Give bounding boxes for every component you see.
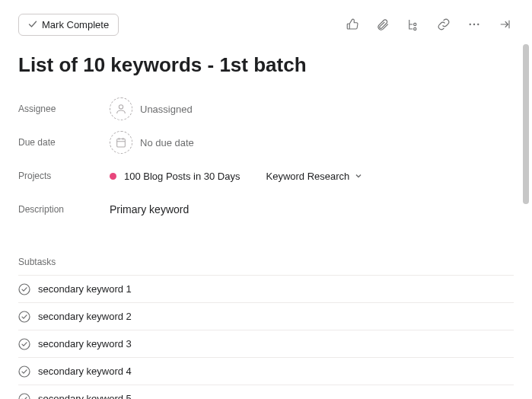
subtasks-button[interactable] [401, 12, 425, 37]
due-date-field[interactable]: Due date No due date [18, 126, 514, 159]
subtask-title: secondary keyword 3 [38, 338, 132, 350]
subtask-complete-toggle[interactable] [18, 393, 30, 400]
vertical-scrollbar[interactable] [520, 44, 532, 235]
copy-link-button[interactable] [432, 12, 456, 37]
subtask-complete-toggle[interactable] [18, 311, 30, 323]
svg-point-10 [19, 366, 30, 377]
close-details-button[interactable] [492, 12, 517, 37]
description-value[interactable]: Primary keyword [110, 203, 189, 215]
subtask-title: secondary keyword 2 [38, 311, 132, 322]
subtask-title: secondary keyword 5 [38, 393, 132, 399]
subtasks-header: Subtasks [18, 257, 514, 267]
assignee-label: Assignee [18, 104, 110, 114]
description-label: Description [18, 204, 110, 215]
subtask-list: secondary keyword 1secondary keyword 2se… [18, 275, 514, 399]
projects-field: Projects 100 Blog Posts in 30 Days Keywo… [18, 159, 514, 193]
thumbs-up-icon [346, 18, 359, 31]
check-circle-icon [18, 365, 30, 378]
subtask-row[interactable]: secondary keyword 1 [18, 276, 514, 303]
check-icon [28, 20, 37, 29]
assignee-avatar-placeholder [110, 97, 132, 120]
svg-point-11 [19, 394, 30, 400]
svg-point-0 [414, 23, 416, 25]
subtask-complete-toggle[interactable] [18, 283, 30, 295]
mark-complete-button[interactable]: Mark Complete [18, 14, 119, 36]
projects-label: Projects [18, 171, 110, 181]
svg-point-1 [414, 27, 416, 30]
like-button[interactable] [340, 12, 365, 37]
subtask-row[interactable]: secondary keyword 4 [18, 358, 514, 385]
collapse-right-icon [498, 18, 511, 31]
subtask-title: secondary keyword 1 [38, 283, 132, 295]
check-circle-icon [18, 283, 30, 295]
assignee-field[interactable]: Assignee Unassigned [18, 92, 514, 126]
ellipsis-icon [467, 18, 481, 31]
assignee-value: Unassigned [140, 104, 193, 115]
task-toolbar: Mark Complete [0, 0, 532, 44]
link-icon [437, 18, 451, 31]
subtask-complete-toggle[interactable] [18, 338, 30, 350]
person-icon [115, 103, 127, 115]
paperclip-icon [376, 18, 390, 31]
due-date-label: Due date [18, 137, 110, 148]
subtask-row[interactable]: secondary keyword 2 [18, 303, 514, 330]
more-actions-button[interactable] [462, 12, 486, 37]
project-section-dropdown[interactable]: Keyword Research [266, 171, 363, 182]
due-date-icon-placeholder [110, 131, 132, 154]
project-name[interactable]: 100 Blog Posts in 30 Days [124, 171, 240, 182]
svg-point-4 [477, 24, 479, 25]
attachments-button[interactable] [371, 12, 395, 37]
mark-complete-label: Mark Complete [42, 19, 109, 30]
project-color-dot [110, 173, 116, 180]
project-section-label: Keyword Research [266, 171, 349, 182]
subtask-title: secondary keyword 4 [38, 365, 132, 377]
task-title[interactable]: List of 10 keywords - 1st batch [18, 53, 514, 77]
subtask-row[interactable]: secondary keyword 5 [18, 385, 514, 399]
svg-point-9 [19, 339, 30, 350]
subtask-complete-toggle[interactable] [18, 365, 30, 378]
check-circle-icon [18, 338, 30, 350]
svg-point-3 [473, 24, 475, 25]
chevron-down-icon [354, 171, 363, 180]
check-circle-icon [18, 311, 30, 323]
svg-point-5 [119, 105, 123, 109]
svg-point-8 [19, 311, 30, 322]
svg-point-7 [19, 284, 30, 295]
description-field: Description Primary keyword [18, 193, 514, 226]
subtask-row[interactable]: secondary keyword 3 [18, 330, 514, 358]
subtask-icon [406, 18, 420, 31]
svg-rect-6 [117, 139, 126, 147]
task-detail-pane: List of 10 keywords - 1st batch Assignee… [0, 44, 532, 399]
check-circle-icon [18, 393, 30, 400]
calendar-icon [115, 136, 127, 148]
due-date-value: No due date [140, 137, 194, 148]
svg-point-2 [470, 24, 471, 25]
